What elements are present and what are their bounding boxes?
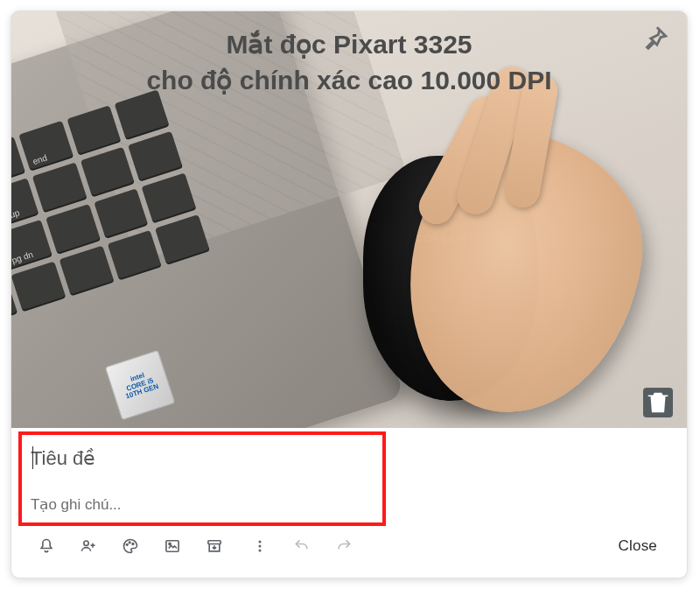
delete-image-button[interactable] [643, 388, 673, 417]
svg-point-1 [126, 544, 128, 546]
svg-point-3 [132, 543, 134, 545]
close-button[interactable]: Close [603, 530, 673, 562]
note-inputs [11, 428, 687, 522]
key [32, 163, 88, 214]
more-options-button[interactable] [241, 528, 279, 564]
title-input[interactable] [31, 444, 668, 473]
redo-button[interactable] [325, 528, 363, 564]
hero-caption-line: cho độ chính xác cao 10.000 DPI [11, 63, 687, 99]
key [80, 147, 136, 198]
remind-me-button[interactable] [27, 528, 66, 564]
text-caret [32, 446, 33, 469]
svg-rect-6 [208, 541, 220, 544]
key: end [18, 121, 74, 172]
pin-button[interactable] [640, 24, 669, 53]
key [142, 172, 197, 223]
note-image: delete home end backspace pg up enter pg… [11, 11, 687, 428]
more-vert-icon [251, 537, 269, 555]
svg-point-0 [84, 541, 88, 545]
redo-icon [335, 537, 353, 555]
bell-icon [38, 537, 55, 555]
key [46, 204, 101, 255]
archive-icon [206, 537, 223, 555]
hero-caption-line: Mắt đọc Pixart 3325 [11, 27, 687, 63]
collaborator-button[interactable] [69, 528, 108, 564]
undo-button[interactable] [283, 528, 321, 564]
key [128, 131, 183, 182]
color-palette-button[interactable] [111, 528, 150, 564]
svg-point-5 [169, 543, 171, 544]
palette-icon [122, 537, 139, 555]
pin-icon [640, 24, 669, 53]
note-toolbar: Close [11, 522, 687, 573]
key [60, 246, 115, 297]
note-card: delete home end backspace pg up enter pg… [10, 11, 688, 578]
archive-button[interactable] [195, 528, 234, 564]
hero-caption: Mắt đọc Pixart 3325 cho độ chính xác cao… [11, 27, 687, 98]
svg-point-7 [259, 541, 262, 543]
key [94, 188, 149, 239]
svg-point-2 [129, 542, 130, 543]
key [11, 261, 66, 312]
svg-point-8 [259, 545, 262, 548]
note-body-input[interactable] [31, 493, 668, 517]
key [107, 230, 162, 281]
undo-icon [293, 537, 311, 555]
key [155, 214, 210, 265]
person-add-icon [80, 537, 97, 555]
add-image-button[interactable] [153, 528, 192, 564]
svg-point-9 [259, 550, 262, 552]
image-icon [164, 537, 181, 555]
trash-icon [643, 388, 673, 417]
key [66, 105, 122, 156]
